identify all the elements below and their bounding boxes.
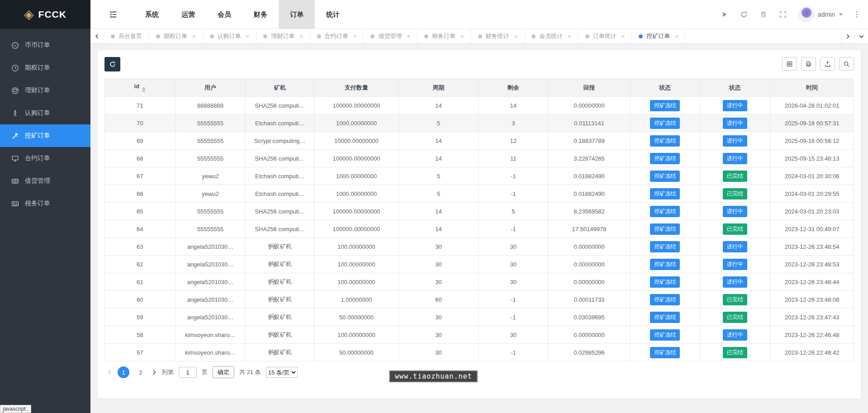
sort-icon[interactable] [142, 87, 146, 92]
run-status-badge[interactable]: 进行中 [723, 329, 747, 341]
sidebar-item-wakuang[interactable]: 挖矿订单 [0, 124, 90, 147]
tab-wakuang[interactable]: 挖矿订单× [632, 29, 686, 43]
cell-id: 69 [105, 132, 175, 150]
column-header-2: 矿机 [246, 79, 314, 97]
next-page-icon[interactable] [152, 370, 157, 375]
table-refresh-button[interactable] [104, 57, 120, 71]
run-status-badge[interactable]: 进行中 [723, 206, 747, 217]
columns-icon[interactable] [782, 57, 797, 71]
tab-home[interactable]: 后台首页 [104, 29, 149, 43]
run-status-badge[interactable]: 已完结 [723, 312, 747, 323]
tab-qiquan[interactable]: 期权订单× [149, 29, 203, 43]
freeze-status-badge[interactable]: 挖矿冻结 [650, 294, 680, 305]
jump-page-input[interactable] [179, 367, 197, 378]
trash-icon[interactable] [760, 11, 767, 18]
freeze-status-badge[interactable]: 挖矿冻结 [650, 312, 680, 323]
run-status-badge[interactable]: 已完结 [723, 294, 747, 305]
refresh-icon[interactable] [740, 11, 748, 18]
run-status-badge[interactable]: 已完结 [723, 171, 747, 182]
run-status-badge[interactable]: 已完结 [723, 223, 747, 235]
tab-shuiwu[interactable]: 税务订单× [417, 29, 471, 43]
prev-page-icon[interactable] [107, 370, 113, 375]
tab-ddtj[interactable]: 订单统计× [579, 29, 632, 43]
run-status-badge[interactable]: 进行中 [723, 118, 747, 129]
export-icon[interactable] [820, 57, 835, 71]
tab-close-icon[interactable]: × [568, 33, 571, 40]
run-status-badge[interactable]: 进行中 [723, 153, 747, 164]
sidebar-item-qiquan[interactable]: 期权订单 [0, 57, 90, 79]
tab-close-icon[interactable]: × [675, 33, 678, 40]
tab-hytj[interactable]: 会员统计× [525, 29, 579, 43]
nav-item-system[interactable]: 系统 [134, 0, 170, 29]
tabs-scroll-right-icon[interactable] [841, 29, 854, 43]
tab-heyue[interactable]: 合约订单× [310, 29, 364, 43]
status-bar-link: javascript:; [0, 405, 31, 413]
run-status-badge[interactable]: 进行中 [723, 241, 747, 252]
tab-close-icon[interactable]: × [460, 33, 464, 40]
run-status-badge[interactable]: 已完结 [723, 188, 747, 199]
topbar: 系统运营会员财务订单统计 admin [90, 0, 868, 29]
orders-card: id用户矿机支付数量周期剩余回报状态状态时间 7188888888SHA256 … [98, 50, 861, 399]
freeze-status-badge[interactable]: 挖矿冻结 [650, 241, 680, 252]
freeze-status-badge[interactable]: 挖矿冻结 [650, 329, 680, 341]
menu-fold-icon[interactable] [109, 10, 118, 19]
freeze-status-badge[interactable]: 挖矿冻结 [650, 100, 680, 111]
page-1[interactable]: 1 [118, 366, 129, 378]
nav-item-finance[interactable]: 财务 [242, 0, 279, 29]
confirm-button[interactable]: 确定 [213, 366, 234, 378]
tab-close-icon[interactable]: × [353, 33, 357, 40]
nav-item-stats[interactable]: 统计 [315, 0, 351, 29]
freeze-status-badge[interactable]: 挖矿冻结 [650, 135, 680, 147]
print-icon[interactable] [801, 57, 816, 71]
column-header-4: 周期 [398, 79, 479, 97]
tab-dot [370, 34, 375, 38]
tab-dot [111, 34, 115, 38]
cell-run-status: 进行中 [700, 132, 770, 150]
tabs-scroll-left-icon[interactable] [90, 29, 104, 43]
more-options-icon[interactable] [855, 11, 858, 18]
run-status-badge[interactable]: 进行中 [723, 276, 747, 288]
nav-item-operation[interactable]: 运营 [170, 0, 206, 29]
tab-close-icon[interactable]: × [407, 33, 410, 40]
run-status-badge[interactable]: 进行中 [723, 259, 747, 270]
page-size-select[interactable]: 15 条/页 [266, 367, 298, 378]
run-status-badge[interactable]: 已完结 [723, 347, 747, 358]
search-icon[interactable] [839, 57, 854, 71]
page-2[interactable]: 2 [135, 366, 147, 378]
tabs-menu-icon[interactable] [854, 29, 868, 43]
sidebar-item-licai[interactable]: 理财订单 [0, 79, 90, 102]
freeze-status-badge[interactable]: 挖矿冻结 [650, 347, 680, 358]
column-header-0[interactable]: id [105, 79, 175, 97]
tab-close-icon[interactable]: × [192, 33, 196, 40]
sidebar-item-jiedai[interactable]: 借贷管理 [0, 170, 90, 192]
nav-item-order[interactable]: 订单 [279, 0, 315, 29]
freeze-status-badge[interactable]: 挖矿冻结 [650, 153, 680, 164]
run-status-badge[interactable]: 进行中 [723, 100, 747, 111]
sidebar-item-heyue[interactable]: 合约订单 [0, 147, 90, 170]
freeze-status-badge[interactable]: 挖矿冻结 [650, 206, 680, 217]
freeze-status-badge[interactable]: 挖矿冻结 [650, 171, 680, 182]
freeze-status-badge[interactable]: 挖矿冻结 [650, 223, 680, 235]
tab-licai[interactable]: 理财订单× [256, 29, 310, 43]
freeze-status-badge[interactable]: 挖矿冻结 [650, 118, 680, 129]
play-icon[interactable] [721, 11, 728, 18]
cell-cycle: 14 [398, 150, 479, 167]
sidebar-item-shuiwu[interactable]: 税务订单 [0, 192, 90, 215]
freeze-status-badge[interactable]: 挖矿冻结 [650, 259, 680, 270]
freeze-status-badge[interactable]: 挖矿冻结 [650, 188, 680, 199]
tab-cwtj[interactable]: 财务统计× [471, 29, 525, 43]
tab-jiedai[interactable]: 借贷管理× [364, 29, 417, 43]
user-menu[interactable]: admin [799, 7, 843, 22]
fullscreen-icon[interactable] [779, 11, 787, 18]
nav-item-member[interactable]: 会员 [206, 0, 242, 29]
sidebar-item-bibi[interactable]: cc币币订单 [0, 34, 90, 57]
tab-close-icon[interactable]: × [246, 33, 250, 40]
sidebar-item-rengou[interactable]: 认购订单 [0, 102, 90, 124]
freeze-status-badge[interactable]: 挖矿冻结 [650, 276, 680, 288]
run-status-badge[interactable]: 进行中 [723, 135, 747, 147]
cell-user: 55555555 [175, 150, 246, 167]
tab-rengou[interactable]: 认购订单× [203, 29, 257, 43]
tab-close-icon[interactable]: × [621, 33, 625, 40]
tab-close-icon[interactable]: × [299, 33, 303, 40]
tab-close-icon[interactable]: × [514, 33, 518, 40]
